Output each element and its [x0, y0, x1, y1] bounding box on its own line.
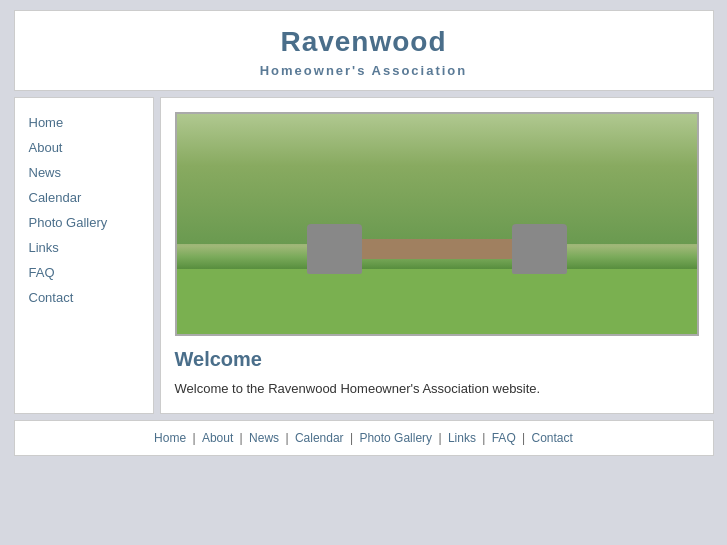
site-title: Ravenwood: [25, 26, 703, 58]
footer-separator: |: [479, 431, 489, 445]
welcome-text: Welcome to the Ravenwood Homeowner's Ass…: [175, 379, 699, 399]
sidebar-item-links[interactable]: Links: [15, 235, 153, 260]
site-footer: Home | About | News | Calendar | Photo G…: [14, 420, 714, 456]
footer-link-links[interactable]: Links: [448, 431, 476, 445]
footer-separator: |: [347, 431, 357, 445]
site-header: Ravenwood Homeowner's Association: [14, 10, 714, 91]
main-content: Welcome Welcome to the Ravenwood Homeown…: [160, 97, 714, 414]
welcome-heading: Welcome: [175, 348, 699, 371]
footer-link-news[interactable]: News: [249, 431, 279, 445]
sidebar-item-home[interactable]: Home: [15, 110, 153, 135]
footer-link-contact[interactable]: Contact: [532, 431, 573, 445]
page-wrapper: Ravenwood Homeowner's Association HomeAb…: [14, 0, 714, 466]
footer-link-home[interactable]: Home: [154, 431, 186, 445]
sidebar-item-news[interactable]: News: [15, 160, 153, 185]
footer-link-faq[interactable]: FAQ: [492, 431, 516, 445]
sidebar-item-photo-gallery[interactable]: Photo Gallery: [15, 210, 153, 235]
footer-link-photo-gallery[interactable]: Photo Gallery: [359, 431, 432, 445]
sidebar-item-about[interactable]: About: [15, 135, 153, 160]
footer-link-calendar[interactable]: Calendar: [295, 431, 344, 445]
footer-separator: |: [435, 431, 445, 445]
footer-nav: Home | About | News | Calendar | Photo G…: [154, 431, 573, 445]
sidebar-item-calendar[interactable]: Calendar: [15, 185, 153, 210]
site-subtitle: Homeowner's Association: [25, 63, 703, 78]
footer-link-about[interactable]: About: [202, 431, 233, 445]
main-layout: HomeAboutNewsCalendarPhoto GalleryLinksF…: [14, 97, 714, 414]
footer-separator: |: [282, 431, 292, 445]
sidebar-item-faq[interactable]: FAQ: [15, 260, 153, 285]
sidebar: HomeAboutNewsCalendarPhoto GalleryLinksF…: [14, 97, 154, 414]
footer-separator: |: [519, 431, 529, 445]
footer-separator: |: [189, 431, 199, 445]
entrance-photo: [177, 114, 697, 334]
footer-separator: |: [236, 431, 246, 445]
sidebar-item-contact[interactable]: Contact: [15, 285, 153, 310]
photo-container: [175, 112, 699, 336]
